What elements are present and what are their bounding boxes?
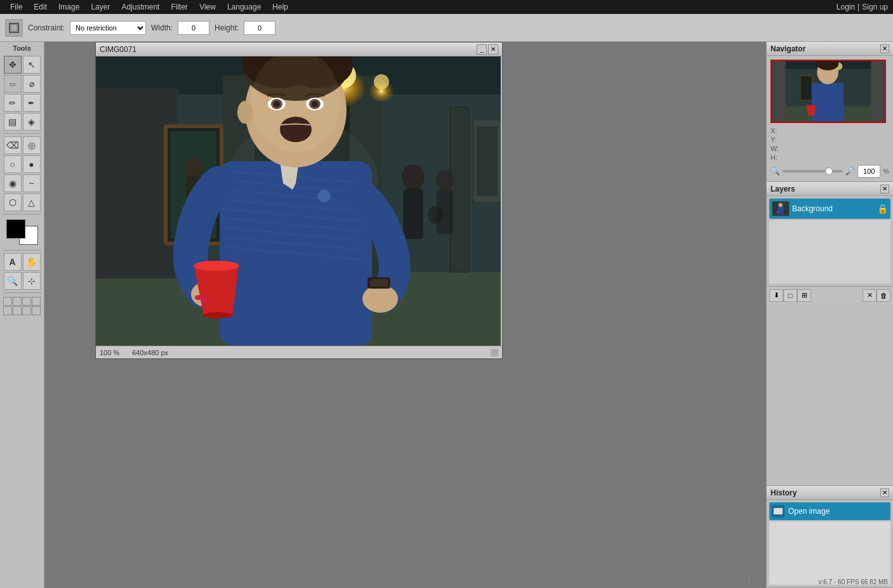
layers-panel: Layers ✕ Background 🔒 — [767, 182, 893, 486]
quick-btn-5[interactable] — [3, 306, 12, 315]
tool-paintbrush[interactable]: ✒ — [23, 94, 41, 112]
tool-move[interactable]: ✥ — [4, 56, 22, 74]
layer-item-background[interactable]: Background 🔒 — [769, 199, 890, 219]
navigator-content: X: Y: W: H: 🔍 🔎 % — [767, 56, 893, 181]
menubar-right: Login | Sign up — [837, 3, 888, 11]
menu-layer[interactable]: Layer — [86, 1, 115, 13]
svg-rect-20 — [403, 188, 423, 239]
tool-text[interactable]: A — [4, 253, 22, 271]
layer-name-text: Background — [792, 204, 875, 213]
history-item-open-image[interactable]: Open image — [769, 502, 890, 520]
tool-pointer[interactable]: ↖ — [23, 56, 41, 74]
menu-edit[interactable]: Edit — [29, 1, 52, 13]
window-close-btn[interactable]: ✕ — [488, 44, 498, 55]
navigation-chevron-icon[interactable]: › — [747, 572, 760, 584]
navigator-close-btn[interactable]: ✕ — [880, 44, 889, 53]
zoom-value-input[interactable] — [857, 165, 880, 178]
menu-filter[interactable]: Filter — [166, 1, 193, 13]
quick-btn-4[interactable] — [32, 297, 41, 306]
history-title: History — [771, 488, 797, 497]
tools-title: Tools — [13, 44, 31, 52]
zoom-in-icon[interactable]: 🔎 — [845, 167, 855, 176]
image-window-title-text: CIMG0071 — [100, 45, 136, 54]
window-minimize-btn[interactable]: _ — [477, 44, 487, 55]
tool-lasso[interactable]: ⌀ — [23, 75, 41, 93]
signup-link[interactable]: Sign up — [862, 3, 888, 11]
quick-btn-3[interactable] — [22, 297, 31, 306]
quick-btn-7[interactable] — [22, 306, 31, 315]
tool-dodge[interactable]: ○ — [4, 155, 22, 173]
tool-fill[interactable]: ▤ — [4, 113, 22, 131]
quick-btn-2[interactable] — [13, 297, 22, 306]
history-panel-header: History ✕ — [767, 486, 893, 500]
nav-x-label: X: — [771, 127, 830, 134]
constraint-select[interactable]: No restriction Aspect ratio Fixed size — [70, 21, 146, 35]
layers-close-btn[interactable]: ✕ — [880, 185, 889, 193]
layer-duplicate-btn[interactable]: ⊞ — [797, 289, 811, 302]
layer-new-btn[interactable]: □ — [783, 289, 797, 302]
svg-point-52 — [362, 285, 398, 313]
options-toolbar: Constraint: No restriction Aspect ratio … — [0, 14, 893, 42]
fg-color-swatch[interactable] — [6, 219, 25, 238]
canvas-area: CIMG0071 _ ✕ — [44, 42, 766, 588]
layer-lock-icon: 🔒 — [877, 204, 888, 214]
width-input[interactable] — [178, 21, 209, 35]
tool-blur[interactable]: ◉ — [4, 174, 22, 192]
menu-view[interactable]: View — [194, 1, 221, 13]
menu-help[interactable]: Help — [267, 1, 293, 13]
navigator-title: Navigator — [771, 44, 805, 53]
photo-svg — [96, 56, 501, 346]
nav-y-val — [831, 136, 890, 143]
menubar-left: File Edit Image Layer Adjustment Filter … — [5, 1, 293, 13]
svg-point-10 — [374, 74, 389, 89]
navigator-coords: X: Y: W: H: — [771, 127, 889, 161]
history-close-btn[interactable]: ✕ — [880, 488, 889, 497]
layer-new-group-btn[interactable]: ⬇ — [769, 289, 783, 302]
menu-language[interactable]: Language — [222, 1, 266, 13]
zoom-slider[interactable] — [783, 170, 843, 173]
zoom-thumb[interactable] — [825, 167, 833, 175]
tool-path[interactable]: ⬡ — [4, 193, 22, 211]
menu-adjustment[interactable]: Adjustment — [116, 1, 164, 13]
login-link[interactable]: Login — [837, 3, 855, 11]
svg-point-48 — [237, 101, 253, 124]
layer-trash-btn[interactable]: 🗑 — [876, 289, 890, 302]
tool-divider-4 — [3, 292, 41, 293]
tool-burn[interactable]: ● — [23, 155, 41, 173]
tool-eraser[interactable]: ⌫ — [4, 136, 22, 154]
tool-gradient[interactable]: ◈ — [23, 113, 41, 131]
menubar: File Edit Image Layer Adjustment Filter … — [0, 0, 893, 14]
zoom-percent-label: % — [883, 167, 889, 175]
layers-title: Layers — [771, 185, 795, 193]
svg-rect-54 — [370, 279, 388, 287]
image-resize-handle[interactable] — [491, 349, 498, 356]
quick-btn-1[interactable] — [3, 297, 12, 306]
tool-rect-select[interactable]: ▭ — [4, 75, 22, 93]
tool-hand[interactable]: ✋ — [23, 253, 41, 271]
image-status-bar: 100 % 640x480 px — [96, 346, 502, 358]
svg-point-16 — [185, 158, 202, 177]
nav-preview — [771, 60, 886, 123]
color-swatch-area — [6, 219, 38, 245]
toolbar-icon — [5, 19, 23, 37]
tool-pencil[interactable]: ✏ — [4, 94, 22, 112]
layer-delete-btn[interactable]: ✕ — [863, 289, 876, 302]
height-input[interactable] — [244, 21, 275, 35]
tool-shapes[interactable]: △ — [23, 193, 41, 211]
history-empty-area — [769, 521, 890, 585]
menu-image[interactable]: Image — [53, 1, 84, 13]
tool-zoom[interactable]: 🔍 — [4, 272, 22, 290]
menu-file[interactable]: File — [5, 1, 27, 13]
quick-btn-8[interactable] — [32, 306, 41, 315]
tool-smudge[interactable]: ~ — [23, 174, 41, 192]
svg-point-51 — [202, 312, 233, 318]
tool-clone[interactable]: ◎ — [23, 136, 41, 154]
tool-divider-2 — [3, 214, 41, 214]
tool-measure[interactable]: ⊹ — [23, 272, 41, 290]
zoom-out-icon[interactable]: 🔍 — [771, 167, 780, 176]
image-dimensions-display: 640x480 px — [132, 349, 168, 356]
layers-content: Background 🔒 — [767, 196, 893, 286]
layers-toolbar: ⬇ □ ⊞ ✕ 🗑 — [767, 286, 893, 304]
quick-btn-6[interactable] — [13, 306, 22, 315]
right-panels: Navigator ✕ — [766, 42, 893, 588]
